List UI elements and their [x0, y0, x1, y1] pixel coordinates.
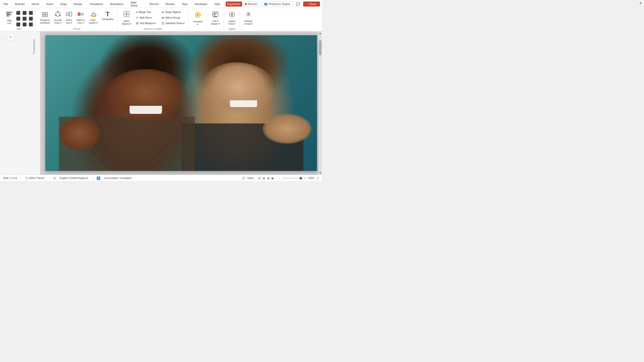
menu-insert[interactable]: Insert — [45, 2, 55, 7]
present-in-teams-button[interactable]: 👥 Present in Teams — [261, 1, 293, 7]
menu-developer[interactable]: Developer — [193, 2, 209, 7]
menu-view[interactable]: View — [180, 2, 189, 7]
menu-slideshow[interactable]: Slide Show — [129, 0, 144, 8]
smile-left — [130, 106, 162, 114]
settings-help-button[interactable]: ? Settings& Help ▾ — [242, 10, 255, 27]
zoom-in-icon[interactable]: + — [304, 176, 306, 180]
divider-1 — [21, 176, 21, 180]
share-button[interactable]: ↑ Share — [303, 2, 320, 7]
multipainter-button[interactable]: Multi-painter ▾ — [87, 10, 100, 26]
zoom-out-icon[interactable]: − — [278, 176, 280, 180]
menu-home[interactable]: Home — [30, 2, 41, 7]
svg-point-30 — [231, 14, 233, 15]
sidebar-toggle-button[interactable]: › — [0, 34, 5, 44]
face-right — [200, 62, 276, 117]
scroll-thumb[interactable] — [319, 40, 321, 55]
menu-help[interactable]: Help — [213, 2, 222, 7]
scroll-right: ▲ ▼ — [318, 31, 322, 175]
menu-draw[interactable]: Draw — [59, 2, 68, 7]
present-label: Present in Teams — [269, 3, 290, 6]
circular-tools-button[interactable]: CircularTools ▾ — [52, 10, 63, 26]
distribute-v-button[interactable]: ⬛ — [21, 22, 27, 27]
animation-icon — [194, 11, 202, 20]
svg-rect-28 — [214, 17, 217, 17]
svg-rect-13 — [69, 12, 72, 16]
normal-view-icon[interactable]: ⊟ — [258, 176, 261, 180]
align-right-button[interactable]: ⬛ — [28, 10, 34, 16]
select-objects-button[interactable]: SelectObjects ▾ — [120, 10, 133, 27]
menu-transitions[interactable]: Transitions — [88, 2, 104, 7]
svg-rect-20 — [124, 14, 126, 17]
menu-record[interactable]: Record — [148, 2, 160, 7]
align-center-h-button[interactable]: ⬛ — [21, 10, 27, 16]
slide-area — [40, 31, 322, 175]
align-bottom-button[interactable]: ⬛ — [28, 16, 34, 21]
language-info: English (United Kingdom) — [60, 177, 88, 179]
selection-pane-button[interactable]: ☰ Selection Pane ▾ — [160, 21, 186, 26]
menu-file[interactable]: File — [2, 2, 10, 7]
animation-button[interactable]: Animation▾ — [191, 10, 205, 27]
filemaster-label: File &Master ▾ — [211, 20, 220, 25]
slide-canvas[interactable] — [45, 35, 317, 171]
ribbon-group-settings: ? Settings& Help ▾ — [240, 9, 257, 31]
legacy-tools-button[interactable]: LegacyTools ▾ — [226, 10, 237, 27]
svg-text:?: ? — [248, 13, 249, 16]
align-to-button[interactable]: Alignto ▾ — [4, 10, 15, 26]
reading-view-icon[interactable]: ⊠ — [267, 176, 270, 180]
svg-rect-4 — [42, 12, 45, 14]
slideshow-icon[interactable]: ▶ — [272, 176, 274, 180]
accessibility-icon[interactable]: ♿ — [97, 176, 100, 180]
fit-slide-icon[interactable]: ⤢ — [316, 176, 319, 180]
typography-button[interactable]: T Typography — [100, 10, 115, 22]
swap-objects-button[interactable]: ⇄ Swap Objects — [160, 10, 185, 15]
selectionpane-label: Selection Pane ▾ — [166, 22, 184, 25]
slide-sorter-icon[interactable]: ⊞ — [263, 176, 265, 180]
repeat-distribute-button[interactable]: Repeat &Distribute — [38, 10, 52, 26]
legacy-label: LegacyTools ▾ — [228, 20, 235, 25]
menu-animations[interactable]: Animations — [108, 2, 125, 7]
svg-rect-5 — [45, 12, 48, 14]
zoom-slider[interactable] — [282, 178, 302, 179]
slide-format-icon[interactable]: ⊡ — [53, 176, 56, 180]
split-text-button[interactable]: ✂ Split Text ▾ — [134, 15, 159, 20]
ribbon-group-align: Alignto ▾ ⬛ ⬛ ⬛ ⬛ ⬛ ⬛ ⬛ — [2, 9, 36, 31]
split-icon: ✂ — [136, 16, 139, 20]
filemaster-items: File &Master ▾ — [209, 10, 222, 30]
share-icon: ↑ — [307, 3, 308, 6]
menu-brightslide[interactable]: BrightSlide — [226, 2, 242, 7]
notes-label[interactable]: Notes — [247, 177, 254, 179]
scroll-down-arrow[interactable]: ▼ — [318, 171, 322, 175]
svg-rect-7 — [45, 15, 48, 17]
text-margins-button[interactable]: ⊞ Text Margins ▾ — [134, 21, 159, 26]
menu-design[interactable]: Design — [72, 2, 84, 7]
row3: ⊞ Text Margins ▾ ☰ Selection Pane ▾ — [134, 21, 186, 26]
repeat-label: Repeat &Distribute — [40, 19, 50, 24]
thumbnail-icon[interactable]: ⊙ — [7, 33, 14, 40]
align-left-button[interactable]: ⬛ — [15, 10, 21, 16]
svg-rect-18 — [124, 11, 126, 14]
svg-rect-12 — [66, 13, 69, 15]
selection-items: SelectObjects ▾ ≡ Merge Text ⇄ Swap Obje… — [120, 10, 186, 27]
share-label: Share — [309, 3, 316, 6]
align-top-button[interactable]: ⬛ — [15, 16, 21, 21]
rotate-button[interactable]: ⬛ — [28, 22, 34, 27]
scroll-up-arrow[interactable]: ▲ — [318, 31, 322, 35]
svg-rect-16 — [81, 13, 83, 15]
match-first-button[interactable]: Match toFirst ▾ — [74, 10, 87, 26]
addgroup-icon: ⊕ — [162, 16, 164, 20]
distribute-h-button[interactable]: ⬛ — [15, 22, 21, 27]
svg-rect-0 — [6, 12, 12, 13]
match-size-button[interactable]: MatchSize ▾ — [64, 10, 74, 26]
comment-icon[interactable]: 💬 — [295, 2, 301, 7]
record-button[interactable]: Record — [242, 2, 259, 7]
notes-button[interactable]: 📝 — [242, 176, 245, 180]
menu-brandin[interactable]: BrandIn — [14, 2, 26, 7]
filemaster-icon — [212, 11, 219, 19]
add-to-group-button[interactable]: ⊕ Add to Group — [160, 15, 185, 20]
file-master-button[interactable]: File &Master ▾ — [209, 10, 222, 27]
menu-review[interactable]: Review — [164, 2, 176, 7]
title-bar: File BrandIn Home Insert Draw Design Tra… — [0, 0, 322, 8]
align-middle-button[interactable]: ⬛ — [21, 16, 27, 21]
merge-text-button[interactable]: ≡ Merge Text — [134, 10, 159, 15]
menu-bar: File BrandIn Home Insert Draw Design Tra… — [2, 0, 242, 8]
